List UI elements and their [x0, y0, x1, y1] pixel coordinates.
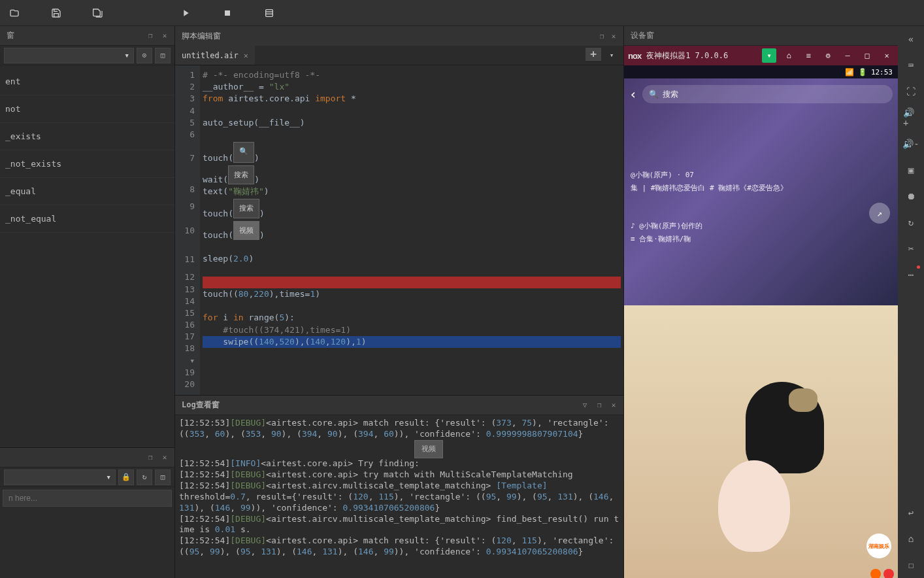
keyboard-icon[interactable]: ⌨ — [903, 58, 919, 73]
video-collection[interactable]: ≡ 合集·鞠婧祎/鞠 — [631, 234, 691, 245]
channel-watermark: 湖南娱乐 — [866, 534, 891, 558]
panel-restore-icon[interactable]: ❐ — [144, 452, 156, 464]
wifi-icon: 📶 — [845, 68, 854, 76]
panel-close-icon[interactable]: ✕ — [159, 30, 171, 42]
log-title: Log查看窗 — [179, 400, 576, 411]
snapshot-icon[interactable]: ◫ — [155, 48, 171, 63]
run-icon[interactable] — [178, 5, 193, 21]
record-icon[interactable]: ⊙ — [137, 48, 152, 63]
tab-close-icon[interactable]: ✕ — [244, 51, 248, 60]
left-sidebar: 窗 ❐ ✕ ▾ ⊙ ◫ ent not _exists _not_exists … — [0, 26, 175, 578]
tab-menu-icon[interactable]: ▾ — [604, 48, 619, 63]
record-screen-icon[interactable]: ⏺ — [903, 188, 919, 204]
template-image-video: 视频 — [233, 221, 259, 240]
douyin-search-bar[interactable]: 🔍 搜索 — [642, 85, 893, 103]
emulator-name: 夜神模拟器1 7.0.0.6 — [646, 50, 757, 61]
tree-item[interactable]: _not_equal — [0, 205, 174, 233]
left-dropdown-row: ▾ ⊙ ◫ — [0, 46, 174, 65]
home-icon[interactable]: ⌂ — [903, 531, 919, 547]
panel-restore-icon[interactable]: ❐ — [593, 400, 605, 411]
log-output[interactable]: [12:52:53][DEBUG]<airtest.core.api> matc… — [175, 415, 623, 578]
menu-icon[interactable]: ≡ — [801, 48, 816, 63]
add-tab-button[interactable]: + — [586, 48, 601, 61]
search-icon: 🔍 — [649, 90, 659, 99]
report-icon[interactable] — [261, 5, 277, 21]
status-time: 12:53 — [871, 68, 893, 76]
panel-restore-icon[interactable]: ❐ — [596, 30, 608, 42]
scissors-icon[interactable]: ✂ — [903, 241, 919, 256]
filter-icon[interactable]: ▽ — [579, 400, 591, 411]
main-toolbar — [0, 0, 924, 26]
back-icon[interactable]: ↩ — [903, 505, 919, 520]
video-music[interactable]: ♪ @小鞠(原声)创作的 — [631, 221, 702, 232]
api-tree: ent not _exists _not_exists _equal _not_… — [0, 65, 174, 447]
fullscreen-icon[interactable]: ⛶ — [903, 84, 919, 99]
panel-restore-icon[interactable]: ❐ — [144, 30, 156, 42]
back-arrow-icon[interactable]: ‹ — [629, 86, 637, 102]
line-gutter: 123456 7 8 9 10 11 121314151617 18 ▾1920 — [175, 65, 200, 395]
svg-rect-0 — [225, 10, 230, 16]
close-window-icon[interactable]: ✕ — [880, 48, 894, 63]
video-description[interactable]: 集 | #鞠婧祎恋爱告白 # 鞠婧祎《#恋爱告急》 — [631, 183, 787, 194]
tree-item[interactable]: _exists — [0, 123, 174, 150]
helper-header: ❐ ✕ — [0, 448, 174, 468]
app-grid-icon[interactable]: ▾ — [762, 48, 776, 63]
log-panel: Log查看窗 ▽ ❐ ✕ [12:52:53][DEBUG]<airtest.c… — [175, 395, 623, 578]
save-icon[interactable] — [48, 5, 64, 21]
volume-up-icon[interactable]: 🔊+ — [903, 110, 919, 126]
device-panel-header: 设备窗 — [624, 26, 898, 46]
panel-close-icon[interactable]: ✕ — [608, 30, 619, 42]
volume-down-icon[interactable]: 🔊- — [903, 136, 919, 152]
log-header: Log查看窗 ▽ ❐ ✕ — [175, 396, 623, 415]
screenshot-icon[interactable]: ▣ — [903, 162, 919, 178]
tree-item[interactable]: ent — [0, 68, 174, 95]
code-editor[interactable]: 123456 7 8 9 10 11 121314151617 18 ▾1920… — [175, 65, 623, 395]
video-lower[interactable]: 湖南娱乐 — [624, 305, 898, 578]
log-template-thumb: 视频 — [414, 440, 443, 458]
video-author[interactable]: @小鞠(原声) · 07 — [631, 170, 694, 181]
panel-close-icon[interactable]: ✕ — [159, 452, 171, 464]
stop-icon[interactable] — [220, 5, 235, 21]
collapse-icon[interactable]: « — [903, 31, 919, 47]
project-dropdown[interactable]: ▾ — [4, 48, 134, 63]
recents-icon[interactable]: ☐ — [903, 557, 919, 573]
tree-item[interactable]: _not_exists — [0, 150, 174, 178]
center-panel: 脚本编辑窗 ❐ ✕ untitled.air ✕ + ▾ 123456 7 8 … — [175, 26, 623, 578]
device-panel-title: 设备窗 — [628, 30, 894, 41]
panel-close-icon[interactable]: ✕ — [608, 400, 619, 411]
emulator-title-bar: nox 夜神模拟器1 7.0.0.6 ▾ ⌂ ≡ ⚙ — □ ✕ — [624, 46, 898, 65]
svg-rect-1 — [266, 9, 273, 16]
watermark-dot — [883, 569, 894, 578]
tab-label: untitled.air — [182, 51, 239, 60]
android-status-bar: 📶 🔋 12:53 — [624, 65, 898, 78]
more-icon[interactable]: ⋯ — [903, 267, 919, 282]
share-button[interactable]: ↗ — [869, 203, 890, 224]
refresh-icon[interactable]: ↻ — [137, 469, 152, 485]
template-image-search: 搜索 — [228, 165, 254, 184]
open-folder-icon[interactable] — [7, 5, 22, 21]
helper-panel: ❐ ✕ ▾ 🔒 ↻ ◫ — [0, 447, 174, 578]
editor-tab-bar: untitled.air ✕ + ▾ — [175, 46, 623, 65]
tree-item[interactable]: _equal — [0, 178, 174, 205]
device-panel: 设备窗 nox 夜神模拟器1 7.0.0.6 ▾ ⌂ ≡ ⚙ — □ ✕ 📶 🔋… — [623, 26, 924, 578]
template-image-search-icon: 🔍 — [233, 142, 254, 163]
battery-icon: 🔋 — [858, 68, 867, 76]
watermark-dot — [870, 569, 881, 578]
device-screen[interactable]: 📶 🔋 12:53 ‹ 🔍 搜索 @小鞠(原声) · 07 集 | #鞠婧祎恋爱… — [624, 65, 898, 578]
save-all-icon[interactable] — [90, 5, 106, 21]
editor-tab[interactable]: untitled.air ✕ — [175, 46, 255, 65]
rotate-icon[interactable]: ↻ — [903, 214, 919, 230]
minimize-icon[interactable]: — — [840, 48, 855, 63]
video-upper[interactable]: ‹ 🔍 搜索 @小鞠(原声) · 07 集 | #鞠婧祎恋爱告白 # 鞠婧祎《#… — [624, 78, 898, 305]
inspector-icon[interactable]: ◫ — [155, 469, 171, 485]
code-body[interactable]: # -*- encoding=utf8 -*- __author__ = "lx… — [200, 65, 623, 395]
home-icon-small[interactable]: ⌂ — [782, 48, 796, 63]
lock-icon[interactable]: 🔒 — [118, 469, 134, 485]
nox-logo: nox — [628, 51, 641, 61]
settings-icon[interactable]: ⚙ — [821, 48, 835, 63]
maximize-icon[interactable]: □ — [860, 48, 874, 63]
script-panel-header: 脚本编辑窗 ❐ ✕ — [175, 26, 623, 46]
tree-item[interactable]: not — [0, 95, 174, 123]
helper-dropdown[interactable]: ▾ — [4, 469, 116, 485]
helper-search-input[interactable] — [3, 490, 172, 507]
